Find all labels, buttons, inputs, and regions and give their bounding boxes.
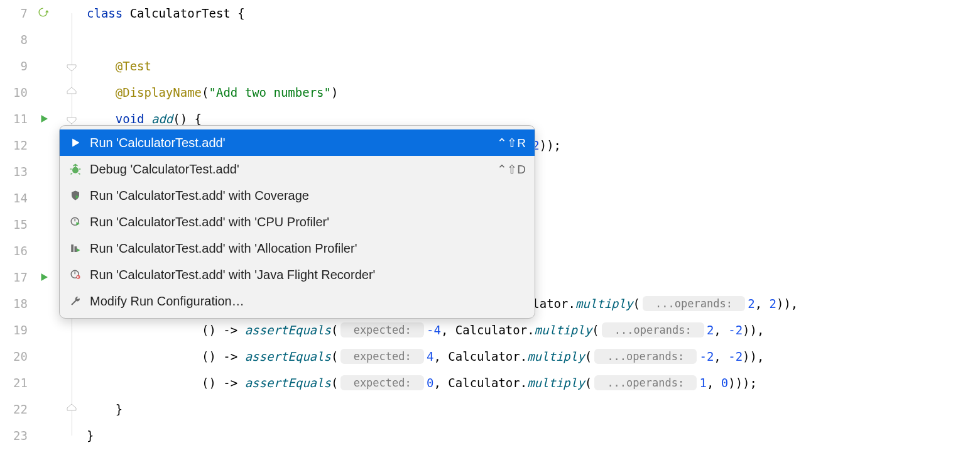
menu-cpu-profiler[interactable]: Run 'CalculatorTest.add' with 'CPU Profi… xyxy=(60,209,535,235)
line-number: 9 xyxy=(8,59,28,73)
menu-label: Run 'CalculatorTest.add' with Coverage xyxy=(90,189,526,203)
menu-jfr[interactable]: Run 'CalculatorTest.add' with 'Java Flig… xyxy=(60,261,535,288)
menu-label: Debug 'CalculatorTest.add' xyxy=(90,162,497,177)
menu-modify-config[interactable]: Modify Run Configuration… xyxy=(60,288,535,314)
menu-label: Run 'CalculatorTest.add' xyxy=(90,136,497,150)
code-line[interactable]: @DisplayName("Add two numbers") xyxy=(87,79,980,106)
fold-open-icon[interactable] xyxy=(66,62,77,70)
parameter-hint: expected: xyxy=(340,375,424,390)
debug-icon xyxy=(68,162,82,176)
fold-close-icon[interactable] xyxy=(66,88,77,97)
gutter: 7 8 9 10 11 12 13 14 15 16 17 18 19 20 2… xyxy=(0,0,62,450)
code-line[interactable]: @Test xyxy=(87,53,980,79)
line-number: 20 xyxy=(8,349,28,363)
line-number: 12 xyxy=(8,138,28,152)
code-line[interactable]: } xyxy=(87,396,980,422)
gutter-row: 17 xyxy=(0,264,62,290)
parameter-hint: ...operands: xyxy=(643,296,745,311)
line-number: 8 xyxy=(8,33,28,47)
menu-run[interactable]: Run 'CalculatorTest.add' ⌃⇧R xyxy=(60,129,535,156)
line-number: 10 xyxy=(8,85,28,99)
code-line[interactable]: } xyxy=(87,422,980,449)
menu-debug[interactable]: Debug 'CalculatorTest.add' ⌃⇧D xyxy=(60,156,535,182)
fold-close-icon[interactable] xyxy=(66,405,77,414)
line-number: 14 xyxy=(8,191,28,205)
svg-rect-3 xyxy=(75,246,77,252)
line-number: 17 xyxy=(8,270,28,284)
gutter-row: 7 xyxy=(0,0,62,26)
menu-label: Run 'CalculatorTest.add' with 'Java Flig… xyxy=(90,268,526,282)
wrench-icon xyxy=(68,294,82,308)
code-line[interactable]: () -> assertEquals( expected: 0, Calcula… xyxy=(87,370,980,396)
line-number: 21 xyxy=(8,376,28,390)
run-context-menu: Run 'CalculatorTest.add' ⌃⇧R Debug 'Calc… xyxy=(59,125,535,319)
line-number: 23 xyxy=(8,429,28,442)
code-line[interactable]: () -> assertEquals( expected: -4, Calcul… xyxy=(87,317,980,343)
parameter-hint: ...operands: xyxy=(594,375,697,390)
parameter-hint: expected: xyxy=(340,349,424,364)
alloc-profiler-icon xyxy=(68,241,82,255)
menu-label: Run 'CalculatorTest.add' with 'CPU Profi… xyxy=(90,215,526,229)
line-number: 16 xyxy=(8,244,28,258)
menu-label: Run 'CalculatorTest.add' with 'Allocatio… xyxy=(90,241,526,256)
code-line[interactable] xyxy=(87,26,980,53)
coverage-icon xyxy=(68,189,82,202)
menu-label: Modify Run Configuration… xyxy=(90,294,526,309)
svg-rect-2 xyxy=(71,244,74,252)
run-icon xyxy=(68,136,82,150)
svg-point-0 xyxy=(72,167,79,173)
recursive-icon[interactable] xyxy=(36,6,52,21)
line-number: 13 xyxy=(8,165,28,178)
parameter-hint: expected: xyxy=(340,322,424,338)
menu-shortcut: ⌃⇧D xyxy=(497,162,526,177)
code-line[interactable]: () -> assertEquals( expected: 4, Calcula… xyxy=(87,343,980,370)
gutter-row: 11 xyxy=(0,106,62,132)
line-number: 22 xyxy=(8,402,28,416)
parameter-hint: ...operands: xyxy=(602,322,704,338)
line-number: 18 xyxy=(8,297,28,310)
jfr-icon xyxy=(68,268,82,282)
line-number: 7 xyxy=(8,6,28,20)
parameter-hint: ...operands: xyxy=(594,349,697,364)
code-line[interactable]: class CalculatorTest { xyxy=(87,0,980,26)
menu-alloc-profiler[interactable]: Run 'CalculatorTest.add' with 'Allocatio… xyxy=(60,235,535,261)
fold-open-icon[interactable] xyxy=(66,114,77,123)
line-number: 15 xyxy=(8,217,28,231)
run-gutter-icon[interactable] xyxy=(36,270,52,285)
line-number: 19 xyxy=(8,323,28,337)
profiler-icon xyxy=(68,215,82,229)
menu-shortcut: ⌃⇧R xyxy=(497,136,526,150)
line-number: 11 xyxy=(8,112,28,126)
menu-coverage[interactable]: Run 'CalculatorTest.add' with Coverage xyxy=(60,182,535,209)
run-gutter-icon[interactable] xyxy=(36,111,52,126)
